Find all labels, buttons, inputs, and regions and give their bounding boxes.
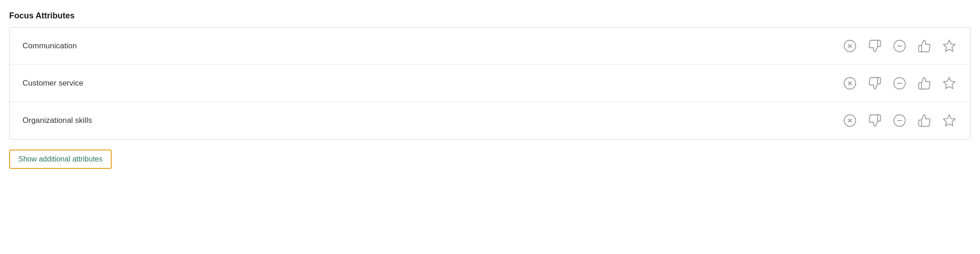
attributes-table: Communication Custo — [9, 27, 971, 139]
thumbs-up-icon[interactable] — [916, 75, 933, 92]
attribute-name: Organizational skills — [23, 116, 92, 125]
minus-circle-icon[interactable] — [891, 112, 908, 129]
attribute-row: Customer service — [10, 65, 970, 102]
star-icon[interactable] — [941, 112, 957, 129]
minus-circle-icon[interactable] — [891, 75, 908, 92]
focus-attributes-section: Focus Attributes Communication — [9, 11, 971, 169]
attribute-actions — [842, 112, 957, 129]
thumbs-down-icon[interactable] — [866, 38, 883, 54]
x-circle-icon[interactable] — [842, 75, 858, 92]
show-additional-attributes-button[interactable]: Show additional attributes — [9, 150, 112, 169]
attribute-row: Organizational skills — [10, 102, 970, 139]
attribute-name: Communication — [23, 41, 77, 51]
section-title: Focus Attributes — [9, 11, 971, 21]
star-icon[interactable] — [941, 38, 957, 54]
attribute-row: Communication — [10, 28, 970, 65]
svg-marker-5 — [944, 40, 955, 52]
minus-circle-icon[interactable] — [891, 38, 908, 54]
attribute-name: Customer service — [23, 79, 83, 88]
star-icon[interactable] — [941, 75, 957, 92]
thumbs-up-icon[interactable] — [916, 112, 933, 129]
x-circle-icon[interactable] — [842, 112, 858, 129]
thumbs-down-icon[interactable] — [866, 112, 883, 129]
x-circle-icon[interactable] — [842, 38, 858, 54]
svg-marker-17 — [944, 115, 955, 126]
attribute-actions — [842, 75, 957, 92]
thumbs-down-icon[interactable] — [866, 75, 883, 92]
svg-marker-11 — [944, 78, 955, 89]
thumbs-up-icon[interactable] — [916, 38, 933, 54]
attribute-actions — [842, 38, 957, 54]
